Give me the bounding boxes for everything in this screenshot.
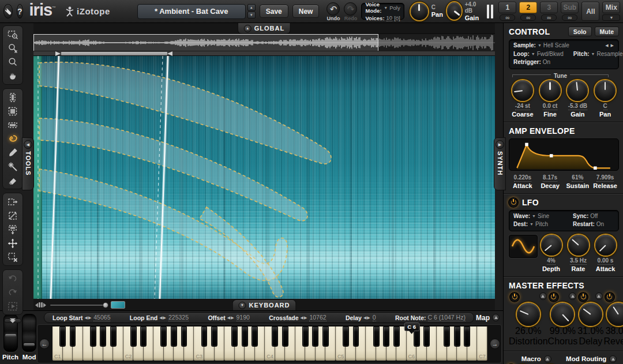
lfo-depth-knob[interactable] <box>541 235 562 256</box>
piano-white-key[interactable]: C7 <box>477 327 487 361</box>
sample-pan-knob[interactable] <box>595 80 616 101</box>
lfo-sync-value[interactable]: Off <box>590 212 598 221</box>
lfo-wave-display[interactable] <box>509 235 538 258</box>
link-icon[interactable]: ∞ <box>541 14 557 21</box>
sample-name-value[interactable]: Hell Scale <box>543 42 569 50</box>
piano-black-key[interactable] <box>90 327 96 347</box>
collapse-left-icon[interactable]: ◀ <box>24 140 32 149</box>
delay-expand-button[interactable] <box>595 292 603 300</box>
waveform-selection-region[interactable] <box>33 34 378 51</box>
fine-knob[interactable] <box>540 80 561 101</box>
chevron-down-icon[interactable]: ▼ <box>591 51 595 57</box>
zoom-slider[interactable] <box>50 305 107 306</box>
magic-wand-tool[interactable] <box>4 160 21 173</box>
root-note-marker[interactable]: C 6 <box>404 322 419 331</box>
lfo-wave-value[interactable]: Sine <box>538 212 549 221</box>
expand-right-icon[interactable]: ▶ <box>496 140 504 149</box>
lasso-select-tool[interactable] <box>4 132 21 145</box>
redo-button[interactable]: ↷ Redo <box>344 2 357 21</box>
selection-play-tool[interactable] <box>4 299 21 313</box>
distortion-expand-button[interactable] <box>539 292 547 300</box>
chorus-knob[interactable] <box>551 303 574 326</box>
brush-select-tool[interactable] <box>4 146 21 159</box>
piano-black-key[interactable] <box>312 327 318 347</box>
piano-black-key[interactable] <box>171 327 177 347</box>
sample-step-icons[interactable]: ◀ ▶ <box>605 43 614 48</box>
map-control[interactable]: Map <box>476 312 500 323</box>
chevron-down-icon[interactable]: ▼ <box>531 51 535 57</box>
chevron-down-icon[interactable]: ▼ <box>530 222 534 227</box>
lfo-attack-knob[interactable] <box>595 235 616 256</box>
waveform-overview[interactable] <box>33 33 495 51</box>
master-gain-knob[interactable] <box>447 2 461 20</box>
lfo-dest-value[interactable]: Pitch <box>535 220 548 229</box>
spectrogram-color-swatch[interactable] <box>111 301 125 309</box>
piano-black-key[interactable] <box>110 327 117 347</box>
sample-tab-1[interactable]: 1 ∞ <box>498 2 516 21</box>
octave-right-button[interactable]: → <box>490 339 500 349</box>
delay-knob[interactable] <box>579 303 602 326</box>
stepper-icons[interactable]: ◀▶ <box>363 316 371 320</box>
piano-black-key[interactable] <box>242 327 248 347</box>
reverb-power-button[interactable] <box>605 292 614 302</box>
distortion-knob[interactable] <box>517 303 540 326</box>
voice-mode-value[interactable]: Poly <box>389 5 400 11</box>
pan-value[interactable]: C <box>431 4 443 11</box>
mod-wheel[interactable] <box>22 314 36 352</box>
stepper-icons[interactable]: ◀▶ <box>301 316 308 320</box>
piano-black-key[interactable] <box>100 327 106 347</box>
chevron-down-icon[interactable]: ▼ <box>532 213 536 219</box>
preset-selector[interactable]: * Ambient - Bat Cave <box>137 4 246 19</box>
loop-end-marker[interactable] <box>167 51 172 56</box>
piano-black-key[interactable] <box>393 327 400 347</box>
lfo-restart-value[interactable]: On <box>596 220 604 229</box>
save-button[interactable]: Save <box>260 5 288 18</box>
sample-tab-2[interactable]: 2 ∞ <box>519 2 537 21</box>
stepper-icons[interactable]: ◀▶ <box>227 316 235 320</box>
loop-start-marker[interactable] <box>55 51 61 56</box>
sample-gain-knob[interactable] <box>567 80 588 101</box>
amp-envelope-display[interactable] <box>509 138 619 171</box>
zoom-slider-handle[interactable] <box>103 302 108 308</box>
pitch-mode-value[interactable]: Resample <box>597 50 623 59</box>
zoom-selection-tool[interactable] <box>4 28 21 41</box>
zoom-reset-tool[interactable] <box>4 42 21 55</box>
root-note-value[interactable]: C 6 (1047 Hz) <box>428 314 466 321</box>
reverb-knob[interactable] <box>607 303 623 326</box>
eraser-tool[interactable] <box>4 174 21 187</box>
mix-tab[interactable]: Mix ▼ <box>602 2 620 21</box>
link-icon[interactable]: ∞ <box>500 14 515 21</box>
piano-black-key[interactable] <box>70 327 76 347</box>
sample-tab-sub[interactable]: Sub ∞ <box>561 2 579 21</box>
hand-pan-tool[interactable] <box>4 69 21 82</box>
chevron-down-icon[interactable]: ▼ <box>538 43 542 48</box>
retrigger-value[interactable]: On <box>543 58 550 67</box>
spectrogram[interactable] <box>33 56 495 299</box>
lfo-power-button[interactable] <box>509 198 518 207</box>
selection-redo-tool[interactable] <box>4 286 21 299</box>
piano-black-key[interactable] <box>444 327 450 347</box>
zoom-tool[interactable] <box>4 55 21 69</box>
chevron-down-icon[interactable]: ▼ <box>239 302 246 309</box>
piano-black-key[interactable] <box>181 327 187 347</box>
piano-black-key[interactable] <box>160 327 167 347</box>
synth-side-tab[interactable]: ▶ SYNTH <box>494 137 506 190</box>
stepper-icons[interactable]: ◀▶ <box>85 316 92 320</box>
preset-prev-button[interactable]: ▲ <box>247 4 256 11</box>
shift-selection-tool[interactable] <box>4 223 21 236</box>
freq-select-tool[interactable] <box>4 118 21 132</box>
piano-black-key[interactable] <box>383 327 389 347</box>
selection-undo-tool[interactable] <box>4 272 21 285</box>
clear-selection-tool[interactable] <box>4 250 21 264</box>
piano-black-key[interactable] <box>201 327 208 347</box>
time-select-tool[interactable] <box>4 91 21 104</box>
lasso-selection[interactable] <box>39 62 331 297</box>
octave-left-button[interactable]: ← <box>39 339 50 349</box>
piano-black-key[interactable] <box>322 327 329 347</box>
gain-value[interactable]: +4.0 dB <box>465 1 482 14</box>
help-button[interactable]: ? <box>17 4 23 18</box>
mix-dropdown-icon[interactable]: ▼ <box>602 14 620 21</box>
piano-black-key[interactable] <box>272 327 278 347</box>
master-pan-knob[interactable] <box>411 3 428 20</box>
solo-button[interactable]: Solo <box>568 27 592 36</box>
